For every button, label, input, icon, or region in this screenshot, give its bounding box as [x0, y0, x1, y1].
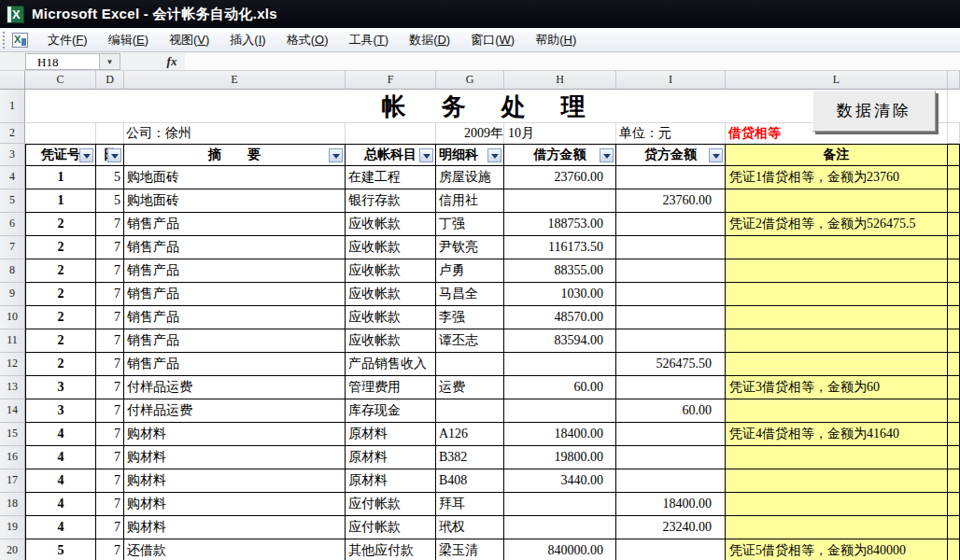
cell-ledger[interactable]: 银行存款: [346, 189, 436, 213]
filter-dropdown-icon[interactable]: [79, 148, 93, 162]
cell-remark[interactable]: [726, 283, 948, 306]
cell-credit[interactable]: [616, 259, 726, 283]
cell-voucher[interactable]: 4: [25, 446, 96, 469]
cell-ledger[interactable]: 应收帐款: [346, 283, 436, 306]
cell-date[interactable]: 5: [96, 166, 124, 189]
cell-detail[interactable]: 丁强: [436, 213, 504, 236]
row-header[interactable]: 4: [0, 166, 25, 189]
cell-credit[interactable]: [616, 376, 726, 399]
menu-item[interactable]: 格式(O): [276, 28, 339, 52]
empty-cell[interactable]: [948, 283, 960, 306]
empty-cell[interactable]: [948, 376, 960, 399]
empty-cell[interactable]: [948, 329, 960, 353]
row-header[interactable]: 9: [0, 283, 25, 306]
cell-date[interactable]: 7: [96, 283, 124, 306]
cell-voucher[interactable]: 3: [25, 376, 96, 399]
cell-voucher[interactable]: 2: [25, 259, 96, 283]
filter-dropdown-icon[interactable]: [419, 148, 433, 162]
cell-credit[interactable]: [616, 283, 726, 306]
menu-item[interactable]: 数据(D): [399, 28, 460, 52]
row-header[interactable]: 19: [0, 516, 25, 539]
select-all-corner[interactable]: [0, 71, 25, 90]
empty-cell[interactable]: [948, 353, 960, 376]
cell-date[interactable]: 7: [96, 399, 124, 423]
cell-date[interactable]: 7: [96, 259, 124, 283]
row-header[interactable]: 11: [0, 329, 25, 353]
cell-detail[interactable]: 李强: [436, 306, 504, 329]
row-header[interactable]: 18: [0, 493, 25, 516]
cell-summary[interactable]: 销售产品: [124, 353, 346, 376]
cell-credit[interactable]: 23760.00: [616, 189, 726, 213]
column-header-E[interactable]: E: [124, 71, 346, 90]
column-header-G[interactable]: G: [436, 71, 504, 90]
empty-cell[interactable]: [948, 399, 960, 423]
cell-credit[interactable]: [616, 166, 726, 189]
cell-debit[interactable]: 116173.50: [504, 236, 616, 259]
cell-detail[interactable]: B382: [436, 446, 504, 469]
empty-cell[interactable]: [346, 123, 436, 144]
cell-remark[interactable]: [726, 493, 948, 516]
cell-detail[interactable]: 信用社: [436, 189, 504, 213]
cell-debit[interactable]: 19800.00: [504, 446, 616, 469]
empty-cell[interactable]: [948, 493, 960, 516]
cell-debit[interactable]: 1030.00: [504, 283, 616, 306]
cell-detail[interactable]: 谭丕志: [436, 329, 504, 353]
column-header-D[interactable]: D: [96, 71, 124, 90]
cell-summary[interactable]: 购材料: [124, 469, 346, 493]
cell-debit[interactable]: 88355.00: [504, 259, 616, 283]
cell-detail[interactable]: 马昌全: [436, 283, 504, 306]
name-box[interactable]: H18: [25, 53, 100, 70]
cell-summary[interactable]: 付样品运费: [124, 376, 346, 399]
row-header[interactable]: 15: [0, 423, 25, 446]
cell-date[interactable]: 7: [96, 376, 124, 399]
cell-summary[interactable]: 购地面砖: [124, 189, 346, 213]
cell-summary[interactable]: 购材料: [124, 516, 346, 539]
cell-date[interactable]: 5: [96, 189, 124, 213]
empty-cell[interactable]: [948, 236, 960, 259]
cell-remark[interactable]: [726, 399, 948, 423]
cell-summary[interactable]: 销售产品: [124, 213, 346, 236]
empty-cell[interactable]: [948, 189, 960, 213]
cell-voucher[interactable]: 5: [25, 539, 96, 560]
cell-summary[interactable]: 购材料: [124, 423, 346, 446]
row-header[interactable]: 7: [0, 236, 25, 259]
cell-ledger[interactable]: 管理费用: [346, 376, 436, 399]
header-remark[interactable]: 备注: [726, 144, 948, 166]
column-header-C[interactable]: C: [25, 71, 96, 90]
cell-remark[interactable]: [726, 353, 948, 376]
cell-detail[interactable]: B408: [436, 469, 504, 493]
column-header-H[interactable]: H: [504, 71, 616, 90]
sheet-title-cell[interactable]: 帐 务 处 理: [25, 90, 948, 123]
cell-ledger[interactable]: 在建工程: [346, 166, 436, 189]
cell-voucher[interactable]: 4: [25, 423, 96, 446]
header-date[interactable]: 日: [96, 144, 124, 166]
cell-ledger[interactable]: 产品销售收入: [346, 353, 436, 376]
cell-ledger[interactable]: 原材料: [346, 423, 436, 446]
cell-date[interactable]: 7: [96, 306, 124, 329]
company-cell[interactable]: 公司：徐州: [124, 123, 346, 144]
row-header[interactable]: 10: [0, 306, 25, 329]
cell-remark[interactable]: 凭证1借贷相等，金额为23760: [726, 166, 948, 189]
cell-debit[interactable]: [504, 189, 616, 213]
header-ledger[interactable]: 总帐科目: [346, 144, 436, 166]
insert-function-icon[interactable]: fx: [161, 53, 183, 70]
menu-item[interactable]: 文件(F): [37, 28, 98, 52]
empty-cell[interactable]: [948, 306, 960, 329]
row-header[interactable]: 6: [0, 213, 25, 236]
row-header[interactable]: 1: [0, 90, 25, 123]
row-header[interactable]: 20: [0, 539, 25, 560]
clear-data-button[interactable]: 数据清除: [812, 91, 936, 132]
row-header[interactable]: 14: [0, 399, 25, 423]
cell-voucher[interactable]: 4: [25, 516, 96, 539]
cell-remark[interactable]: [726, 469, 948, 493]
cell-voucher[interactable]: 3: [25, 399, 96, 423]
cell-detail[interactable]: 卢勇: [436, 259, 504, 283]
cell-detail[interactable]: 房屋设施: [436, 166, 504, 189]
empty-cell[interactable]: [948, 90, 960, 123]
menu-item[interactable]: 工具(T): [338, 28, 399, 52]
cell-date[interactable]: 7: [96, 236, 124, 259]
cell-debit[interactable]: 83594.00: [504, 329, 616, 353]
menu-item[interactable]: 插入(I): [219, 28, 275, 52]
cell-voucher[interactable]: 2: [25, 213, 96, 236]
cell-debit[interactable]: 23760.00: [504, 166, 616, 189]
